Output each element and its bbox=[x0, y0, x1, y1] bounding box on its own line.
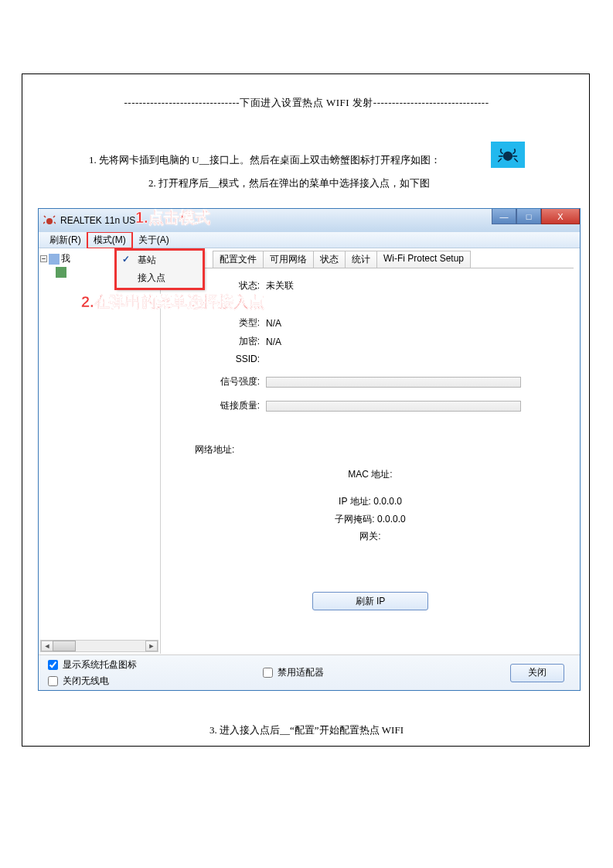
minimize-button[interactable]: — bbox=[492, 209, 516, 224]
window-title: REALTEK 11n US bbox=[60, 215, 135, 226]
titlebar: REALTEK 11n US — □ X bbox=[39, 209, 580, 232]
close-button[interactable]: 关闭 bbox=[510, 664, 564, 682]
svg-point-2 bbox=[509, 154, 511, 155]
scroll-thumb[interactable] bbox=[53, 641, 76, 651]
svg-point-1 bbox=[505, 154, 506, 155]
label-mask: 子网掩码: bbox=[335, 514, 374, 525]
intro-step-1: 1. 先将网卡插到电脑的 U__接口上。然后在桌面上双击螃蟹图标打开程序如图： bbox=[89, 153, 441, 167]
value-type: N/A bbox=[266, 318, 482, 329]
checkbox-disable-adapter-input[interactable] bbox=[263, 668, 273, 678]
tab-wps[interactable]: Wi-Fi Protect Setup bbox=[376, 251, 471, 268]
label-ip: IP 地址: bbox=[339, 496, 371, 507]
value-ip: 0.0.0.0 bbox=[373, 496, 402, 507]
scroll-left-icon[interactable]: ◄ bbox=[41, 641, 53, 651]
window-close-button[interactable]: X bbox=[541, 209, 580, 224]
checkbox-radio-off-input[interactable] bbox=[48, 676, 58, 686]
annotation-click-mode: 1.点击模式 bbox=[135, 207, 210, 228]
value-status: 未关联 bbox=[266, 279, 482, 292]
value-mask: 0.0.0.0 bbox=[377, 514, 406, 525]
signal-strength-bar bbox=[266, 377, 521, 388]
scroll-right-icon[interactable]: ► bbox=[145, 641, 158, 651]
label-gateway: 网关: bbox=[359, 531, 380, 542]
footer-step-3: 3. 进入接入点后__“配置”开始配置热点 WIFI bbox=[0, 723, 613, 737]
computer-icon bbox=[49, 254, 60, 265]
tab-available-networks[interactable]: 可用网络 bbox=[263, 251, 314, 268]
tab-profile[interactable]: 配置文件 bbox=[213, 251, 264, 268]
label-encrypt: 加密: bbox=[167, 335, 266, 348]
tab-stats[interactable]: 统计 bbox=[345, 251, 377, 268]
label-mac: MAC 地址: bbox=[348, 469, 392, 480]
refresh-ip-button[interactable]: 刷新 IP bbox=[312, 592, 428, 610]
tree-root-label: 我 bbox=[61, 252, 70, 265]
dropdown-item-label: 基站 bbox=[138, 255, 156, 265]
crab-icon bbox=[491, 142, 525, 168]
checkbox-disable-adapter-label: 禁用适配器 bbox=[278, 666, 324, 679]
bottom-bar: 显示系统托盘图标 关闭无线电 禁用适配器 关闭 bbox=[39, 654, 580, 690]
svg-point-3 bbox=[46, 218, 53, 224]
checkbox-tray-input[interactable] bbox=[48, 660, 58, 670]
dropdown-item-ap[interactable]: 接入点 bbox=[117, 269, 202, 287]
menu-mode[interactable]: 模式(M) bbox=[87, 232, 132, 248]
label-net-addr: 网络地址: bbox=[195, 443, 574, 456]
tab-bar: 常规 配置文件 可用网络 状态 统计 Wi-Fi Protect Setup bbox=[181, 251, 574, 268]
maximize-button[interactable]: □ bbox=[516, 209, 541, 224]
app-window: REALTEK 11n US — □ X 刷新(R) 模式(M) 关于(A) ✓… bbox=[38, 208, 581, 691]
link-quality-bar bbox=[266, 401, 521, 412]
label-signal: 信号强度: bbox=[167, 375, 266, 388]
checkbox-radio-off[interactable]: 关闭无线电 bbox=[48, 675, 137, 688]
window-buttons: — □ X bbox=[492, 209, 580, 224]
label-link: 链接质量: bbox=[167, 399, 266, 412]
menu-about[interactable]: 关于(A) bbox=[132, 232, 175, 248]
label-ssid: SSID: bbox=[167, 354, 266, 364]
checkbox-tray[interactable]: 显示系统托盘图标 bbox=[48, 658, 137, 672]
tree-scrollbar[interactable]: ◄ ► bbox=[40, 640, 158, 652]
menu-refresh[interactable]: 刷新(R) bbox=[43, 232, 87, 248]
svg-point-0 bbox=[504, 152, 513, 161]
dropdown-item-station[interactable]: ✓ 基站 bbox=[117, 251, 202, 269]
tab-status[interactable]: 状态 bbox=[313, 251, 346, 268]
checkbox-tray-label: 显示系统托盘图标 bbox=[63, 658, 137, 672]
tree-collapse-icon[interactable]: − bbox=[40, 255, 47, 262]
checkbox-disable-adapter[interactable]: 禁用适配器 bbox=[263, 666, 324, 679]
checkbox-radio-off-label: 关闭无线电 bbox=[63, 675, 109, 688]
app-icon bbox=[43, 214, 56, 227]
value-encrypt: N/A bbox=[266, 337, 482, 347]
label-type: 类型: bbox=[167, 316, 266, 330]
mode-dropdown: ✓ 基站 接入点 bbox=[115, 249, 204, 289]
menubar: 刷新(R) 模式(M) 关于(A) bbox=[39, 232, 580, 248]
dropdown-item-label: 接入点 bbox=[138, 272, 165, 283]
check-icon: ✓ bbox=[122, 254, 130, 265]
adapter-icon bbox=[56, 267, 66, 278]
annotation-select-ap: 2.在弹出的菜单选择接入点 bbox=[81, 292, 264, 313]
intro-step-2: 2. 打开程序后__模式，然后在弹出的菜单中选择接入点，如下图 bbox=[148, 176, 430, 190]
